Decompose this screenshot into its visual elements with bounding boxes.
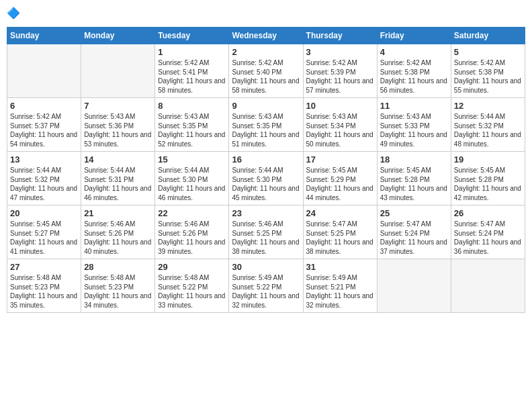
calendar-cell: 19Sunrise: 5:45 AMSunset: 5:28 PMDayligh…: [451, 152, 525, 205]
cell-content: Sunrise: 5:43 AMSunset: 5:34 PMDaylight:…: [306, 112, 374, 148]
day-number: 26: [454, 208, 522, 218]
calendar-cell: 21Sunrise: 5:46 AMSunset: 5:26 PMDayligh…: [81, 205, 155, 259]
day-number: 28: [84, 262, 152, 272]
cell-content: Sunrise: 5:42 AMSunset: 5:37 PMDaylight:…: [10, 112, 78, 148]
calendar-cell: 1Sunrise: 5:42 AMSunset: 5:41 PMDaylight…: [155, 44, 229, 98]
day-number: 3: [306, 47, 374, 57]
cell-content: Sunrise: 5:43 AMSunset: 5:35 PMDaylight:…: [158, 112, 226, 148]
calendar-cell: 7Sunrise: 5:43 AMSunset: 5:36 PMDaylight…: [81, 98, 155, 152]
cell-content: Sunrise: 5:48 AMSunset: 5:23 PMDaylight:…: [84, 273, 152, 310]
day-number: 9: [232, 101, 300, 111]
cell-content: Sunrise: 5:48 AMSunset: 5:23 PMDaylight:…: [10, 273, 78, 310]
calendar-cell: 14Sunrise: 5:44 AMSunset: 5:31 PMDayligh…: [81, 152, 155, 205]
day-of-week-header: Thursday: [303, 28, 377, 44]
day-number: 16: [232, 154, 300, 165]
day-number: 8: [158, 101, 226, 111]
calendar-cell: 28Sunrise: 5:48 AMSunset: 5:23 PMDayligh…: [81, 259, 155, 313]
cell-content: Sunrise: 5:47 AMSunset: 5:25 PMDaylight:…: [306, 220, 374, 256]
calendar-week-row: 13Sunrise: 5:44 AMSunset: 5:32 PMDayligh…: [7, 152, 525, 205]
day-number: 12: [454, 101, 522, 111]
day-number: 22: [158, 208, 226, 218]
day-number: 18: [380, 154, 448, 165]
cell-content: Sunrise: 5:43 AMSunset: 5:33 PMDaylight:…: [380, 112, 448, 148]
cell-content: Sunrise: 5:44 AMSunset: 5:31 PMDaylight:…: [84, 166, 152, 202]
calendar-cell: 12Sunrise: 5:44 AMSunset: 5:32 PMDayligh…: [451, 98, 525, 152]
calendar-cell: 16Sunrise: 5:44 AMSunset: 5:30 PMDayligh…: [229, 152, 303, 205]
calendar-cell: [81, 44, 155, 98]
cell-content: Sunrise: 5:45 AMSunset: 5:27 PMDaylight:…: [10, 220, 78, 256]
cell-content: Sunrise: 5:45 AMSunset: 5:29 PMDaylight:…: [306, 166, 374, 202]
day-number: 30: [232, 262, 300, 272]
calendar-cell: 24Sunrise: 5:47 AMSunset: 5:25 PMDayligh…: [303, 205, 377, 259]
day-number: 17: [306, 154, 374, 165]
calendar-cell: 5Sunrise: 5:42 AMSunset: 5:38 PMDaylight…: [451, 44, 525, 98]
calendar-cell: 29Sunrise: 5:48 AMSunset: 5:22 PMDayligh…: [155, 259, 229, 313]
logo-icon: 🔷: [7, 7, 21, 21]
calendar-week-row: 1Sunrise: 5:42 AMSunset: 5:41 PMDaylight…: [7, 44, 525, 98]
cell-content: Sunrise: 5:42 AMSunset: 5:41 PMDaylight:…: [158, 58, 226, 95]
day-of-week-header: Tuesday: [155, 28, 229, 44]
cell-content: Sunrise: 5:47 AMSunset: 5:24 PMDaylight:…: [454, 220, 522, 256]
calendar-cell: 30Sunrise: 5:49 AMSunset: 5:22 PMDayligh…: [229, 259, 303, 313]
calendar-table: SundayMondayTuesdayWednesdayThursdayFrid…: [7, 27, 525, 313]
calendar-cell: 2Sunrise: 5:42 AMSunset: 5:40 PMDaylight…: [229, 44, 303, 98]
day-number: 5: [454, 47, 522, 57]
calendar-cell: 22Sunrise: 5:46 AMSunset: 5:26 PMDayligh…: [155, 205, 229, 259]
day-number: 1: [158, 47, 226, 57]
cell-content: Sunrise: 5:46 AMSunset: 5:26 PMDaylight:…: [158, 220, 226, 256]
day-number: 13: [10, 154, 78, 165]
day-number: 11: [380, 101, 448, 111]
day-number: 10: [306, 101, 374, 111]
calendar-cell: 8Sunrise: 5:43 AMSunset: 5:35 PMDaylight…: [155, 98, 229, 152]
cell-content: Sunrise: 5:43 AMSunset: 5:36 PMDaylight:…: [84, 112, 152, 148]
day-number: 2: [232, 47, 300, 57]
calendar-cell: 18Sunrise: 5:45 AMSunset: 5:28 PMDayligh…: [377, 152, 451, 205]
day-number: 27: [10, 262, 78, 272]
calendar-cell: [451, 259, 525, 313]
cell-content: Sunrise: 5:48 AMSunset: 5:22 PMDaylight:…: [158, 273, 226, 310]
cell-content: Sunrise: 5:42 AMSunset: 5:40 PMDaylight:…: [232, 58, 300, 95]
calendar-cell: 10Sunrise: 5:43 AMSunset: 5:34 PMDayligh…: [303, 98, 377, 152]
calendar-cell: 31Sunrise: 5:49 AMSunset: 5:21 PMDayligh…: [303, 259, 377, 313]
cell-content: Sunrise: 5:47 AMSunset: 5:24 PMDaylight:…: [380, 220, 448, 256]
cell-content: Sunrise: 5:45 AMSunset: 5:28 PMDaylight:…: [380, 166, 448, 202]
day-of-week-header: Friday: [377, 28, 451, 44]
day-of-week-header: Sunday: [7, 28, 81, 44]
cell-content: Sunrise: 5:49 AMSunset: 5:22 PMDaylight:…: [232, 273, 300, 310]
calendar-cell: 6Sunrise: 5:42 AMSunset: 5:37 PMDaylight…: [7, 98, 81, 152]
calendar-cell: [7, 44, 81, 98]
calendar-cell: 9Sunrise: 5:43 AMSunset: 5:35 PMDaylight…: [229, 98, 303, 152]
day-number: 7: [84, 101, 152, 111]
calendar-cell: 25Sunrise: 5:47 AMSunset: 5:24 PMDayligh…: [377, 205, 451, 259]
cell-content: Sunrise: 5:42 AMSunset: 5:38 PMDaylight:…: [454, 58, 522, 95]
calendar-cell: 3Sunrise: 5:42 AMSunset: 5:39 PMDaylight…: [303, 44, 377, 98]
calendar-week-row: 6Sunrise: 5:42 AMSunset: 5:37 PMDaylight…: [7, 98, 525, 152]
day-number: 25: [380, 208, 448, 218]
day-number: 19: [454, 154, 522, 165]
day-number: 24: [306, 208, 374, 218]
day-number: 6: [10, 101, 78, 111]
calendar-header-row: SundayMondayTuesdayWednesdayThursdayFrid…: [7, 28, 525, 44]
cell-content: Sunrise: 5:44 AMSunset: 5:30 PMDaylight:…: [232, 166, 300, 202]
calendar-cell: 13Sunrise: 5:44 AMSunset: 5:32 PMDayligh…: [7, 152, 81, 205]
calendar-cell: 26Sunrise: 5:47 AMSunset: 5:24 PMDayligh…: [451, 205, 525, 259]
calendar-cell: 27Sunrise: 5:48 AMSunset: 5:23 PMDayligh…: [7, 259, 81, 313]
day-number: 4: [380, 47, 448, 57]
cell-content: Sunrise: 5:44 AMSunset: 5:32 PMDaylight:…: [454, 112, 522, 148]
cell-content: Sunrise: 5:46 AMSunset: 5:26 PMDaylight:…: [84, 220, 152, 256]
cell-content: Sunrise: 5:42 AMSunset: 5:39 PMDaylight:…: [306, 58, 374, 95]
calendar-cell: [377, 259, 451, 313]
day-number: 31: [306, 262, 374, 272]
cell-content: Sunrise: 5:46 AMSunset: 5:25 PMDaylight:…: [232, 220, 300, 256]
calendar-cell: 20Sunrise: 5:45 AMSunset: 5:27 PMDayligh…: [7, 205, 81, 259]
calendar-week-row: 27Sunrise: 5:48 AMSunset: 5:23 PMDayligh…: [7, 259, 525, 313]
day-number: 21: [84, 208, 152, 218]
cell-content: Sunrise: 5:42 AMSunset: 5:38 PMDaylight:…: [380, 58, 448, 95]
calendar-cell: 11Sunrise: 5:43 AMSunset: 5:33 PMDayligh…: [377, 98, 451, 152]
day-of-week-header: Wednesday: [229, 28, 303, 44]
calendar-cell: 23Sunrise: 5:46 AMSunset: 5:25 PMDayligh…: [229, 205, 303, 259]
day-number: 29: [158, 262, 226, 272]
day-of-week-header: Monday: [81, 28, 155, 44]
cell-content: Sunrise: 5:49 AMSunset: 5:21 PMDaylight:…: [306, 273, 374, 310]
calendar-week-row: 20Sunrise: 5:45 AMSunset: 5:27 PMDayligh…: [7, 205, 525, 259]
